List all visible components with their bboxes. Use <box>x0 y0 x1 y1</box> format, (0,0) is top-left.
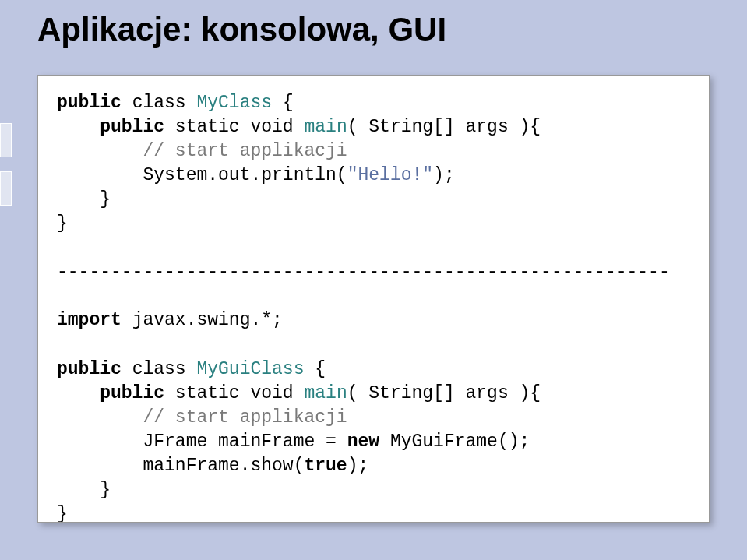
txt: System.out.println( <box>57 165 347 185</box>
class-name: MyClass <box>196 93 272 113</box>
code-block-1: public class MyClass { public static voi… <box>57 91 690 523</box>
txt: static void <box>164 117 304 137</box>
kw-new: new <box>347 431 379 452</box>
string-literal: "Hello!" <box>347 165 433 185</box>
slide-title: Aplikacje: konsolowa, GUI <box>37 11 710 48</box>
kw-public: public <box>57 117 164 137</box>
txt: class <box>122 359 197 379</box>
separator-line: ----------------------------------------… <box>57 262 670 282</box>
txt: ( String[] args ){ <box>347 117 541 137</box>
fn-main: main <box>304 117 347 137</box>
txt: javax.swing.*; <box>122 310 283 330</box>
txt: { <box>272 93 294 113</box>
txt: static void <box>164 383 304 403</box>
decor-bar <box>0 171 12 206</box>
kw-true: true <box>304 456 347 476</box>
txt: } <box>57 504 68 523</box>
txt: ); <box>433 165 455 185</box>
txt: ); <box>347 456 369 476</box>
comment: // start applikacji <box>143 407 347 428</box>
txt: ( String[] args ){ <box>347 383 541 403</box>
txt: class <box>122 93 197 113</box>
decor-bar <box>0 123 12 157</box>
txt: JFrame mainFrame = <box>57 431 347 452</box>
kw-public: public <box>57 359 122 379</box>
left-decor-bars <box>0 78 37 514</box>
txt: } <box>57 213 68 234</box>
txt: } <box>57 189 111 210</box>
indent <box>57 141 143 161</box>
kw-public: public <box>57 93 122 113</box>
indent <box>57 407 143 428</box>
txt: } <box>57 480 111 500</box>
kw-import: import <box>57 310 122 330</box>
code-box: public class MyClass { public static voi… <box>37 75 710 523</box>
txt: MyGuiFrame(); <box>379 431 530 452</box>
fn-main: main <box>304 383 347 403</box>
class-name: MyGuiClass <box>196 359 304 379</box>
txt: { <box>304 359 326 379</box>
comment: // start applikacji <box>143 141 347 161</box>
kw-public: public <box>57 383 164 403</box>
txt: mainFrame.show( <box>57 456 304 476</box>
